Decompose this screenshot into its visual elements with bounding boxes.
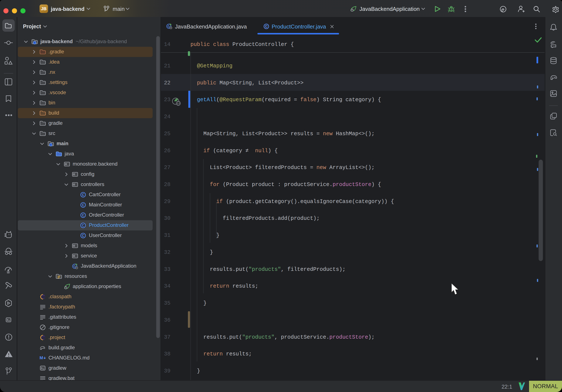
- svg-text:C: C: [82, 224, 84, 227]
- svg-text:C: C: [82, 203, 84, 207]
- svg-text:C: C: [82, 234, 84, 238]
- svg-text:C: C: [82, 214, 84, 217]
- svg-text:C: C: [265, 25, 268, 28]
- svg-text:C: C: [82, 193, 84, 197]
- svg-text:M: M: [40, 356, 43, 360]
